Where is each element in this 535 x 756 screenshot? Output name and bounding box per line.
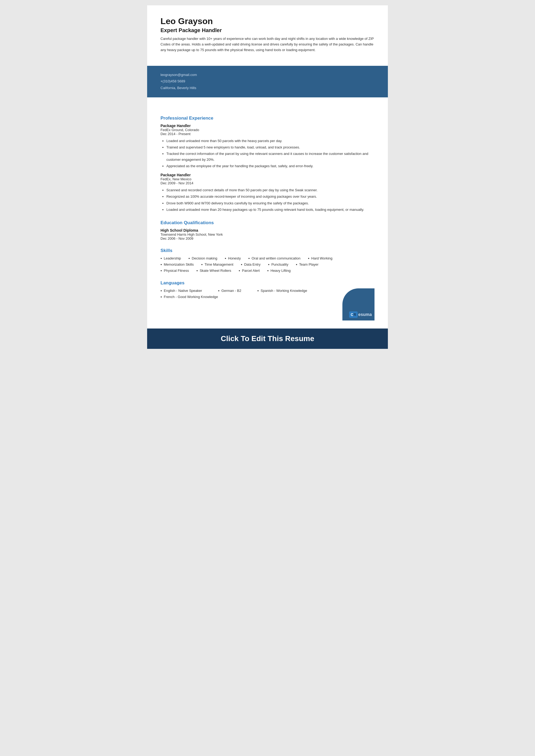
experience-section: Professional Experience Package Handler … xyxy=(160,116,375,213)
skill-item: Physical Fitness xyxy=(160,268,189,273)
skill-item: Memorization Skills xyxy=(160,262,194,267)
lang-row-1: English - Native Speaker German - B2 Spa… xyxy=(160,288,375,293)
bullet-item: Tracked the correct information of the p… xyxy=(166,151,375,163)
lang-item: Spanish - Working Knowledge xyxy=(257,288,307,293)
job-bullets-1: Loaded and unloaded more than 50 parcels… xyxy=(160,138,375,169)
contact-phone: +(310)458 5689 xyxy=(160,78,375,85)
bullet-item: Drove both W900 and W700 delivery trucks… xyxy=(166,200,375,206)
education-section: Education Qualifications High School Dip… xyxy=(160,220,375,240)
languages-title: Languages xyxy=(160,280,375,286)
skills-title: Skills xyxy=(160,248,375,253)
experience-title: Professional Experience xyxy=(160,116,375,121)
resume-page: Leo Grayson Expert Package Handler Caref… xyxy=(147,5,388,349)
cresuma-logo-icon: CR xyxy=(349,311,358,318)
skill-item: Time Management xyxy=(201,262,233,267)
job-title-1: Package Handler xyxy=(160,124,375,128)
edu-degree: High School Diploma xyxy=(160,228,375,233)
edu-date: Dec 2006 - Nov 2009 xyxy=(160,237,375,240)
cta-bar[interactable]: Click To Edit This Resume xyxy=(147,328,388,349)
skill-item: Team Player xyxy=(296,262,319,267)
bullet-item: Appreciated as the employee of the year … xyxy=(166,163,375,169)
contact-bar: leograyson@gmail.com +(310)458 5689 Cali… xyxy=(147,66,388,98)
languages-section: Languages English - Native Speaker Germa… xyxy=(160,280,375,299)
job-title-2: Package Handler xyxy=(160,173,375,177)
skill-item: Parcel Alert xyxy=(239,268,260,273)
contact-location: California, Beverly Hills xyxy=(160,85,375,92)
skill-item: Skate Wheel Rollers xyxy=(196,268,231,273)
cresuma-badge: CR esuma xyxy=(349,311,372,318)
lang-grid: English - Native Speaker German - B2 Spa… xyxy=(160,288,375,299)
skill-item: Hard Working xyxy=(308,256,332,261)
skills-row-2: Memorization Skills Time Management Data… xyxy=(160,262,375,267)
cresuma-brand-name: esuma xyxy=(358,312,372,317)
contact-email: leograyson@gmail.com xyxy=(160,72,375,78)
lang-row-2: French - Good Working Knowledge xyxy=(160,294,375,299)
bullet-item: Recognized as 100% accurate record-keepe… xyxy=(166,194,375,200)
cta-label: Click To Edit This Resume xyxy=(221,334,314,343)
skill-item: Oral and written communication xyxy=(248,256,300,261)
skill-item: Decision making xyxy=(188,256,217,261)
lang-item: English - Native Speaker xyxy=(160,288,202,293)
bullet-item: Trained and supervised 5 new employers t… xyxy=(166,145,375,150)
job-entry-2: Package Handler FedEx, New Mexico Dec 20… xyxy=(160,173,375,212)
skill-item: Data Entry xyxy=(241,262,261,267)
bullet-item: Loaded and unloaded more than 50 parcels… xyxy=(166,138,375,144)
bullet-item: Scanned and recorded correct details of … xyxy=(166,187,375,193)
skills-row-3: Physical Fitness Skate Wheel Rollers Par… xyxy=(160,268,375,273)
candidate-name: Leo Grayson xyxy=(160,16,375,26)
skill-item: Heavy Lifting xyxy=(267,268,291,273)
skills-grid: Leadership Decision making Honesty Oral … xyxy=(160,256,375,273)
header-section: Leo Grayson Expert Package Handler Caref… xyxy=(160,16,375,53)
edu-school: Townsend Harris High School, New York xyxy=(160,233,375,237)
resume-content: Leo Grayson Expert Package Handler Caref… xyxy=(147,5,388,66)
candidate-title: Expert Package Handler xyxy=(160,27,375,34)
edu-entry-1: High School Diploma Townsend Harris High… xyxy=(160,228,375,240)
skill-item: Punctuality xyxy=(268,262,288,267)
job-company-1: FedEx Ground, Colorado xyxy=(160,128,375,132)
skills-row-1: Leadership Decision making Honesty Oral … xyxy=(160,256,375,261)
skill-item: Leadership xyxy=(160,256,181,261)
job-bullets-2: Scanned and recorded correct details of … xyxy=(160,187,375,212)
skill-item: Honesty xyxy=(225,256,241,261)
bullet-item: Loaded and unloaded more than 20 heavy p… xyxy=(166,207,375,213)
job-date-1: Dec 2014 - Present xyxy=(160,132,375,136)
job-date-2: Dec 2009 - Nov 2014 xyxy=(160,181,375,185)
resume-main: Professional Experience Package Handler … xyxy=(147,98,388,328)
skills-section: Skills Leadership Decision making Honest… xyxy=(160,248,375,273)
lang-item: German - B2 xyxy=(218,288,241,293)
education-title: Education Qualifications xyxy=(160,220,375,226)
job-entry-1: Package Handler FedEx Ground, Colorado D… xyxy=(160,124,375,169)
summary-text: Careful package handler with 10+ years o… xyxy=(160,36,375,53)
lang-item: French - Good Working Knowledge xyxy=(160,294,218,299)
job-company-2: FedEx, New Mexico xyxy=(160,177,375,181)
